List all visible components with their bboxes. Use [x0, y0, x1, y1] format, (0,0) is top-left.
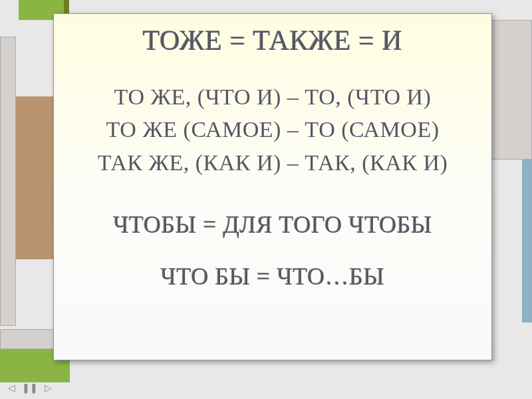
prev-icon[interactable]: ◁ — [8, 382, 15, 394]
rules-block: ТО ЖЕ, (ЧТО И) – ТО, (ЧТО И) ТО ЖЕ (САМО… — [98, 80, 448, 179]
decor-block — [16, 96, 53, 259]
slide-card: ТОЖЕ = ТАКЖЕ = И ТО ЖЕ, (ЧТО И) – ТО, (Ч… — [53, 13, 492, 360]
slide-nav: ◁ ❚❚ ▷ — [8, 382, 52, 394]
rule-line: ТО ЖЕ, (ЧТО И) – ТО, (ЧТО И) — [98, 80, 448, 113]
decor-block — [0, 37, 16, 326]
rule-line: ТО ЖЕ (САМОЕ) – ТО (САМОЕ) — [98, 113, 448, 146]
next-icon[interactable]: ▷ — [45, 382, 52, 394]
decor-block — [64, 0, 69, 13]
rule-line: ЧТО БЫ = ЧТО…БЫ — [161, 263, 385, 291]
pause-icon[interactable]: ❚❚ — [22, 382, 38, 394]
rule-line: ТАК ЖЕ, (КАК И) – ТАК, (КАК И) — [98, 146, 448, 179]
decor-block — [522, 160, 532, 323]
rule-line: ЧТОБЫ = ДЛЯ ТОГО ЧТОБЫ — [113, 211, 432, 239]
slide-title: ТОЖЕ = ТАКЖЕ = И — [143, 25, 403, 57]
